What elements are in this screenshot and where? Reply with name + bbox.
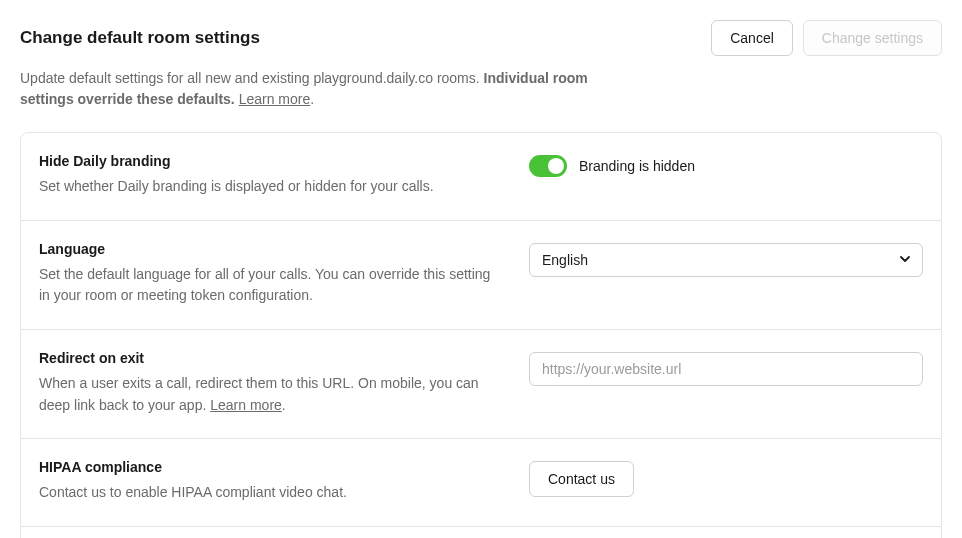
language-title: Language [39, 241, 499, 257]
page-title: Change default room settings [20, 20, 260, 48]
redirect-desc-suffix: . [282, 397, 286, 413]
setting-redirect: Redirect on exit When a user exits a cal… [21, 330, 941, 439]
branding-toggle-label: Branding is hidden [579, 158, 695, 174]
setting-webhook: Meeting join hook Set a URL that will re… [21, 527, 941, 538]
subtitle-suffix: . [310, 91, 314, 107]
learn-more-link[interactable]: Learn more [239, 91, 311, 107]
page-subtitle: Update default settings for all new and … [20, 68, 600, 110]
redirect-learn-more-link[interactable]: Learn more [210, 397, 282, 413]
language-desc: Set the default language for all of your… [39, 264, 499, 307]
cancel-button[interactable]: Cancel [711, 20, 793, 56]
hipaa-title: HIPAA compliance [39, 459, 499, 475]
setting-language: Language Set the default language for al… [21, 221, 941, 330]
branding-title: Hide Daily branding [39, 153, 499, 169]
contact-us-button[interactable]: Contact us [529, 461, 634, 497]
redirect-url-input[interactable] [529, 352, 923, 386]
change-settings-button[interactable]: Change settings [803, 20, 942, 56]
setting-hipaa: HIPAA compliance Contact us to enable HI… [21, 439, 941, 527]
redirect-desc: When a user exits a call, redirect them … [39, 373, 499, 416]
toggle-knob [548, 158, 564, 174]
setting-branding: Hide Daily branding Set whether Daily br… [21, 133, 941, 221]
header-actions: Cancel Change settings [711, 20, 942, 56]
subtitle-prefix: Update default settings for all new and … [20, 70, 484, 86]
hipaa-desc: Contact us to enable HIPAA compliant vid… [39, 482, 499, 504]
redirect-title: Redirect on exit [39, 350, 499, 366]
branding-desc: Set whether Daily branding is displayed … [39, 176, 499, 198]
language-select[interactable]: English [529, 243, 923, 277]
branding-toggle[interactable] [529, 155, 567, 177]
settings-panel: Hide Daily branding Set whether Daily br… [20, 132, 942, 538]
